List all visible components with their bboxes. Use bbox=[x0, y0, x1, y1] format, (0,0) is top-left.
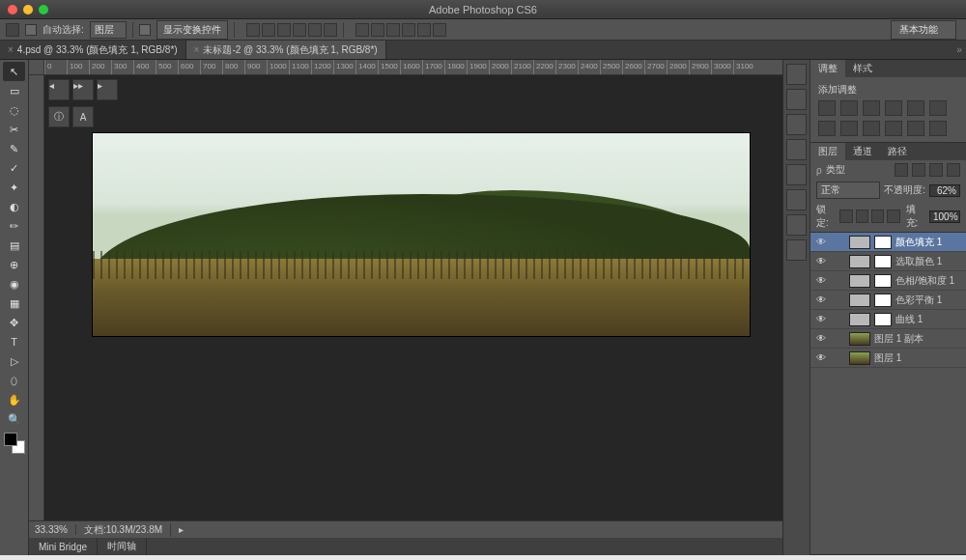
tool-button[interactable]: ✎ bbox=[3, 139, 25, 158]
brightness-icon[interactable] bbox=[818, 100, 836, 116]
panel-icon[interactable]: ◂ bbox=[48, 79, 70, 100]
tool-button[interactable]: ↖ bbox=[3, 62, 25, 81]
tool-button[interactable]: 🔍 bbox=[3, 409, 25, 429]
tool-button[interactable]: ▭ bbox=[3, 81, 25, 100]
viewport[interactable]: ◂▸▸▸ ⓘA bbox=[44, 75, 782, 520]
filter-icon[interactable] bbox=[947, 163, 960, 177]
invert-icon[interactable] bbox=[907, 121, 924, 136]
tab-mini-bridge[interactable]: Mini Bridge bbox=[29, 538, 98, 555]
close-tab-icon[interactable]: × bbox=[194, 44, 200, 55]
lock-all-icon[interactable] bbox=[887, 210, 899, 223]
filter-icon[interactable] bbox=[912, 163, 925, 177]
tool-button[interactable]: ▷ bbox=[3, 351, 25, 371]
layer-row[interactable]: 👁色彩平衡 1 bbox=[810, 291, 966, 310]
visibility-icon[interactable]: 👁 bbox=[814, 333, 828, 344]
transform-checkbox[interactable] bbox=[139, 24, 151, 36]
auto-select-dropdown[interactable]: 图层 bbox=[90, 21, 127, 39]
tabs-overflow-icon[interactable]: » bbox=[952, 41, 966, 59]
panel-icon[interactable] bbox=[786, 139, 807, 160]
tab-timeline[interactable]: 时间轴 bbox=[98, 538, 147, 555]
lock-pixels-icon[interactable] bbox=[856, 210, 868, 223]
panel-icon[interactable]: ▸▸ bbox=[72, 79, 94, 100]
tab-channels[interactable]: 通道 bbox=[845, 143, 880, 160]
panel-icon[interactable] bbox=[786, 214, 807, 236]
curves-icon[interactable] bbox=[863, 100, 880, 116]
tool-button[interactable]: ✥ bbox=[3, 313, 25, 332]
zoom-level[interactable]: 33.33% bbox=[35, 524, 76, 535]
channel-mixer-icon[interactable] bbox=[863, 121, 880, 136]
character-icon[interactable]: A bbox=[72, 106, 94, 127]
hue-icon[interactable] bbox=[929, 100, 947, 116]
distribute-icon[interactable] bbox=[433, 23, 446, 37]
document-tab[interactable]: ×4.psd @ 33.3% (颜色填充 1, RGB/8*) bbox=[0, 41, 186, 59]
tool-button[interactable]: ✦ bbox=[3, 178, 25, 197]
vibrance-icon[interactable] bbox=[907, 100, 924, 116]
layer-row[interactable]: 👁颜色填充 1 bbox=[810, 233, 966, 252]
tool-button[interactable]: ◐ bbox=[3, 197, 25, 216]
visibility-icon[interactable]: 👁 bbox=[814, 256, 828, 266]
align-icon[interactable] bbox=[293, 23, 306, 37]
tool-button[interactable]: T bbox=[3, 332, 25, 351]
auto-select-checkbox[interactable] bbox=[25, 24, 37, 36]
align-icon[interactable] bbox=[308, 23, 322, 37]
tab-paths[interactable]: 路径 bbox=[880, 143, 915, 160]
fill-input[interactable]: 100% bbox=[929, 210, 960, 223]
close-tab-icon[interactable]: × bbox=[8, 44, 14, 55]
doc-size[interactable]: 文档:10.3M/23.8M bbox=[84, 523, 171, 537]
history-icon[interactable] bbox=[786, 64, 807, 85]
layer-row[interactable]: 👁曲线 1 bbox=[810, 310, 966, 329]
opacity-input[interactable]: 62% bbox=[929, 184, 960, 197]
panel-icon[interactable] bbox=[786, 114, 807, 135]
distribute-icon[interactable] bbox=[417, 23, 431, 37]
visibility-icon[interactable]: 👁 bbox=[814, 352, 828, 363]
panel-icon[interactable] bbox=[786, 189, 807, 210]
distribute-icon[interactable] bbox=[371, 23, 384, 37]
tool-button[interactable]: ▤ bbox=[3, 236, 25, 255]
filter-icon[interactable] bbox=[895, 163, 908, 177]
minimize-icon[interactable] bbox=[23, 5, 33, 14]
tool-button[interactable]: ✂ bbox=[3, 120, 25, 139]
panel-icon[interactable] bbox=[786, 239, 807, 261]
layer-row[interactable]: 👁图层 1 bbox=[810, 349, 966, 368]
status-arrow-icon[interactable]: ▸ bbox=[179, 524, 184, 535]
maximize-icon[interactable] bbox=[39, 5, 48, 14]
visibility-icon[interactable]: 👁 bbox=[814, 314, 828, 324]
visibility-icon[interactable]: 👁 bbox=[814, 237, 828, 247]
layer-row[interactable]: 👁图层 1 副本 bbox=[810, 329, 966, 349]
align-icon[interactable] bbox=[246, 23, 260, 37]
filter-icon[interactable] bbox=[929, 163, 943, 177]
tool-button[interactable]: ✋ bbox=[3, 390, 25, 409]
photo-filter-icon[interactable] bbox=[840, 121, 858, 136]
distribute-icon[interactable] bbox=[355, 23, 369, 37]
tool-button[interactable]: ✓ bbox=[3, 158, 25, 178]
color-swatch[interactable] bbox=[4, 433, 24, 456]
move-tool-icon[interactable] bbox=[6, 23, 19, 37]
blend-mode-dropdown[interactable]: 正常 bbox=[816, 182, 880, 199]
close-icon[interactable] bbox=[8, 5, 17, 14]
bw-icon[interactable] bbox=[818, 121, 836, 136]
exposure-icon[interactable] bbox=[885, 100, 902, 116]
visibility-icon[interactable]: 👁 bbox=[814, 294, 828, 305]
tool-button[interactable]: ⊕ bbox=[3, 255, 25, 274]
lock-position-icon[interactable] bbox=[871, 210, 884, 223]
document-tab[interactable]: ×未标题-2 @ 33.3% (颜色填充 1, RGB/8*) bbox=[186, 41, 386, 59]
align-icon[interactable] bbox=[324, 23, 337, 37]
distribute-icon[interactable] bbox=[386, 23, 400, 37]
color-lookup-icon[interactable] bbox=[885, 121, 902, 136]
panel-icon[interactable] bbox=[786, 164, 807, 185]
layer-row[interactable]: 👁色相/饱和度 1 bbox=[810, 271, 966, 291]
actions-icon[interactable] bbox=[786, 89, 807, 110]
tool-button[interactable]: ◉ bbox=[3, 274, 25, 294]
lock-transparent-icon[interactable] bbox=[839, 210, 852, 223]
visibility-icon[interactable]: 👁 bbox=[814, 275, 828, 286]
panel-icon[interactable]: ▸ bbox=[97, 79, 118, 100]
layer-row[interactable]: 👁选取颜色 1 bbox=[810, 252, 966, 271]
tool-button[interactable]: ✏ bbox=[3, 216, 25, 236]
tab-layers[interactable]: 图层 bbox=[810, 143, 845, 160]
workspace-dropdown[interactable]: 基本功能 bbox=[891, 20, 956, 40]
levels-icon[interactable] bbox=[840, 100, 858, 116]
tab-adjustments[interactable]: 调整 bbox=[810, 60, 845, 77]
show-transform-button[interactable]: 显示变换控件 bbox=[156, 20, 228, 40]
tab-styles[interactable]: 样式 bbox=[845, 60, 880, 77]
distribute-icon[interactable] bbox=[402, 23, 415, 37]
